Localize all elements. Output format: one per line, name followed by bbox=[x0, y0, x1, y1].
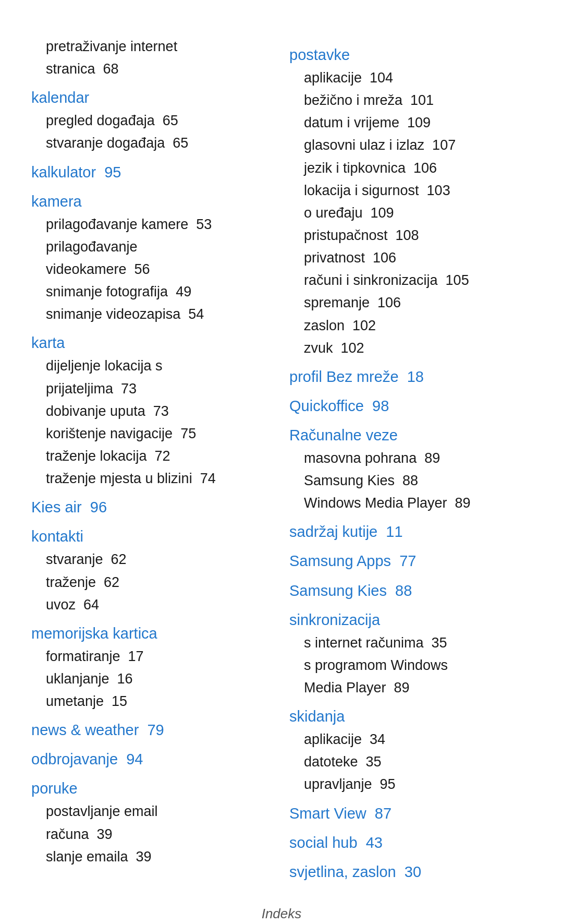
sub-entry: formatiranje 17 bbox=[31, 646, 274, 667]
sub-entry: zaslon 102 bbox=[289, 316, 532, 336]
sub-entry: pregled događaja 65 bbox=[31, 111, 274, 131]
heading-entry: sadržaj kutije 11 bbox=[289, 521, 532, 543]
heading-entry: kontakti bbox=[31, 525, 274, 547]
sub-entry: traženje lokacija 72 bbox=[31, 446, 274, 466]
heading-entry: Samsung Kies 88 bbox=[289, 580, 532, 602]
sub-entry: prilagođavanje bbox=[31, 237, 274, 257]
list-item: Računalne veze bbox=[289, 424, 532, 446]
list-item: formatiranje 17 bbox=[31, 646, 274, 667]
heading-entry: kamera bbox=[31, 190, 274, 212]
sub-entry: umetanje 15 bbox=[31, 691, 274, 712]
sub-entry: lokacija i sigurnost 103 bbox=[289, 181, 532, 201]
sub-entry: upravljanje 95 bbox=[289, 774, 532, 795]
list-item: kamera bbox=[31, 190, 274, 212]
heading-entry: Računalne veze bbox=[289, 424, 532, 446]
sub-entry: dobivanje uputa 73 bbox=[31, 401, 274, 422]
list-item: Media Player 89 bbox=[289, 678, 532, 698]
sub-entry: videokamere 56 bbox=[31, 259, 274, 280]
sub-entry: snimanje videozapisa 54 bbox=[31, 304, 274, 325]
heading-entry: Smart View 87 bbox=[289, 802, 532, 824]
sub-entry: privatnost 106 bbox=[289, 248, 532, 268]
heading-entry: news & weather 79 bbox=[31, 719, 274, 741]
list-item: odbrojavanje 94 bbox=[31, 748, 274, 770]
list-item: masovna pohrana 89 bbox=[289, 448, 532, 469]
sub-entry: slanje emaila 39 bbox=[31, 847, 274, 867]
list-item: privatnost 106 bbox=[289, 248, 532, 268]
list-item: s programom Windows bbox=[289, 655, 532, 676]
list-item: glasovni ulaz i izlaz 107 bbox=[289, 135, 532, 155]
sub-entry: stvaranje događaja 65 bbox=[31, 133, 274, 153]
list-item: pregled događaja 65 bbox=[31, 111, 274, 131]
sub-entry: dijeljenje lokacija s bbox=[31, 356, 274, 376]
sub-entry: jezik i tipkovnica 106 bbox=[289, 158, 532, 178]
list-item: traženje 62 bbox=[31, 572, 274, 593]
footer: Indeks 126 bbox=[0, 906, 563, 924]
list-item: profil Bez mreže 18 bbox=[289, 366, 532, 388]
heading-entry: profil Bez mreže 18 bbox=[289, 366, 532, 388]
list-item: dobivanje uputa 73 bbox=[31, 401, 274, 422]
list-item: videokamere 56 bbox=[31, 259, 274, 280]
list-item: karta bbox=[31, 332, 274, 354]
sub-entry: aplikacije 34 bbox=[289, 729, 532, 750]
heading-entry: svjetlina, zaslon 30 bbox=[289, 861, 532, 883]
list-item: Samsung Kies 88 bbox=[289, 580, 532, 602]
list-item: umetanje 15 bbox=[31, 691, 274, 712]
list-item: datum i vrijeme 109 bbox=[289, 113, 532, 133]
sub-entry: postavljanje email bbox=[31, 801, 274, 822]
list-item: bežično i mreža 101 bbox=[289, 90, 532, 111]
sub-entry: računi i sinkronizacija 105 bbox=[289, 270, 532, 291]
list-item: aplikacije 34 bbox=[289, 729, 532, 750]
list-item: stranica 68 bbox=[31, 59, 274, 79]
sub-entry: pretraživanje internet bbox=[31, 37, 274, 57]
list-item: kalendar bbox=[31, 87, 274, 109]
sub-entry: korištenje navigacije 75 bbox=[31, 424, 274, 444]
list-item: računi i sinkronizacija 105 bbox=[289, 270, 532, 291]
heading-entry: karta bbox=[31, 332, 274, 354]
sub-entry: prijateljima 73 bbox=[31, 379, 274, 399]
sub-entry: datoteke 35 bbox=[289, 752, 532, 772]
list-item: upravljanje 95 bbox=[289, 774, 532, 795]
heading-entry: memorijska kartica bbox=[31, 622, 274, 644]
list-item: social hub 43 bbox=[289, 832, 532, 854]
sub-entry: snimanje fotografija 49 bbox=[31, 282, 274, 302]
sub-entry: s internet računima 35 bbox=[289, 633, 532, 653]
sub-entry: Samsung Kies 88 bbox=[289, 471, 532, 491]
sub-entry: bežično i mreža 101 bbox=[289, 90, 532, 111]
sub-entry: aplikacije 104 bbox=[289, 68, 532, 88]
list-item: sadržaj kutije 11 bbox=[289, 521, 532, 543]
list-item: jezik i tipkovnica 106 bbox=[289, 158, 532, 178]
list-item: stvaranje događaja 65 bbox=[31, 133, 274, 153]
list-item: Smart View 87 bbox=[289, 802, 532, 824]
list-item: pretraživanje internet bbox=[31, 37, 274, 57]
list-item: prilagođavanje kamere 53 bbox=[31, 214, 274, 235]
heading-entry: social hub 43 bbox=[289, 832, 532, 854]
list-item: skidanja bbox=[289, 705, 532, 727]
list-item: poruke bbox=[31, 777, 274, 799]
list-item: memorijska kartica bbox=[31, 622, 274, 644]
list-item: news & weather 79 bbox=[31, 719, 274, 741]
sub-entry: traženje mjesta u blizini 74 bbox=[31, 469, 274, 489]
list-item: dijeljenje lokacija s bbox=[31, 356, 274, 376]
list-item: s internet računima 35 bbox=[289, 633, 532, 653]
heading-entry: Samsung Apps 77 bbox=[289, 550, 532, 572]
sub-entry: uklanjanje 16 bbox=[31, 669, 274, 689]
page-container: pretraživanje internetstranica 68kalenda… bbox=[0, 21, 563, 885]
list-item: zvuk 102 bbox=[289, 338, 532, 358]
sub-entry: masovna pohrana 89 bbox=[289, 448, 532, 469]
list-item: snimanje videozapisa 54 bbox=[31, 304, 274, 325]
list-item: aplikacije 104 bbox=[289, 68, 532, 88]
heading-entry: skidanja bbox=[289, 705, 532, 727]
list-item: stvaranje 62 bbox=[31, 549, 274, 570]
sub-entry: uvoz 64 bbox=[31, 595, 274, 615]
heading-entry: Quickoffice 98 bbox=[289, 395, 532, 417]
list-item: svjetlina, zaslon 30 bbox=[289, 861, 532, 883]
list-item: snimanje fotografija 49 bbox=[31, 282, 274, 302]
sub-entry: prilagođavanje kamere 53 bbox=[31, 214, 274, 235]
list-item: traženje mjesta u blizini 74 bbox=[31, 469, 274, 489]
sub-entry: traženje 62 bbox=[31, 572, 274, 593]
list-item: lokacija i sigurnost 103 bbox=[289, 181, 532, 201]
list-item: uvoz 64 bbox=[31, 595, 274, 615]
list-item: spremanje 106 bbox=[289, 293, 532, 313]
sub-entry: stvaranje 62 bbox=[31, 549, 274, 570]
sub-entry: spremanje 106 bbox=[289, 293, 532, 313]
